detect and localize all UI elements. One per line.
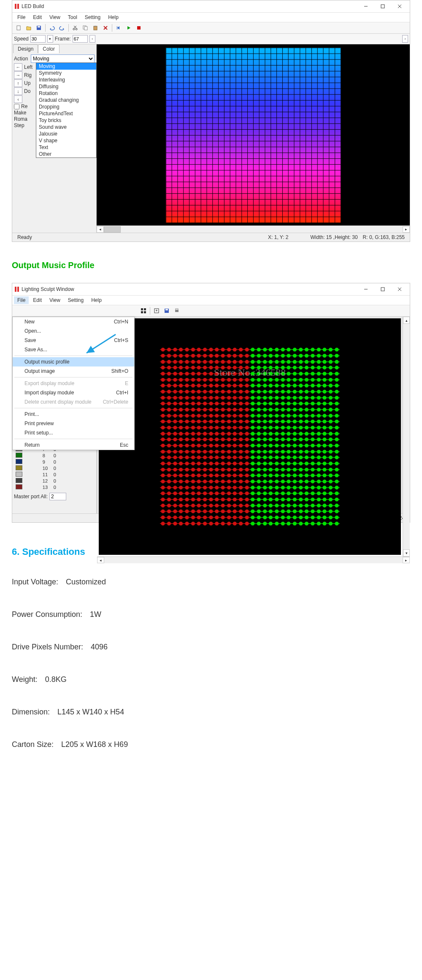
svg-rect-34 bbox=[175, 310, 179, 312]
color-swatch bbox=[16, 478, 22, 483]
speed-input[interactable] bbox=[30, 35, 46, 43]
svg-rect-6 bbox=[17, 26, 20, 30]
file-menu-item[interactable]: Print... bbox=[13, 410, 134, 419]
vertical-scrollbar[interactable]: ▴ ▾ bbox=[403, 317, 410, 557]
file-menu-item[interactable]: Output imageShift+O bbox=[13, 366, 134, 376]
menu-setting[interactable]: Setting bbox=[81, 14, 104, 21]
frame-next-button[interactable]: › bbox=[402, 35, 408, 43]
action-option[interactable]: Moving bbox=[36, 63, 96, 70]
legend-row[interactable]: 80 bbox=[14, 452, 81, 459]
arrow-back-icon[interactable]: ‹ bbox=[14, 95, 22, 103]
tab-design[interactable]: Design bbox=[13, 44, 38, 53]
menu-separator bbox=[14, 356, 133, 356]
scroll-down-icon[interactable]: ▾ bbox=[403, 549, 410, 557]
menu-edit[interactable]: Edit bbox=[30, 296, 45, 304]
speed-spin-down[interactable]: ▾ bbox=[47, 35, 53, 43]
arrow-right-icon[interactable]: → bbox=[14, 71, 22, 79]
arrow-left-icon[interactable]: ← bbox=[14, 63, 22, 71]
action-option[interactable]: Jalousie bbox=[36, 130, 96, 137]
action-option[interactable]: Dropping bbox=[36, 103, 96, 110]
undo-icon[interactable] bbox=[47, 23, 57, 33]
action-select[interactable]: Moving bbox=[31, 54, 95, 63]
menu-setting[interactable]: Setting bbox=[65, 296, 87, 304]
maximize-button[interactable] bbox=[374, 285, 391, 294]
action-option[interactable]: V shape bbox=[36, 137, 96, 144]
action-option[interactable]: Interleaving bbox=[36, 76, 96, 83]
redo-icon[interactable] bbox=[57, 23, 67, 33]
scroll-left-icon[interactable]: ◂ bbox=[97, 226, 104, 233]
delete-icon[interactable] bbox=[101, 23, 110, 33]
file-menu-item[interactable]: Output music profile bbox=[13, 357, 134, 366]
action-option[interactable]: Symmetry bbox=[36, 70, 96, 76]
action-option[interactable]: Gradual changing bbox=[36, 97, 96, 103]
legend-row[interactable]: 130 bbox=[14, 484, 81, 490]
file-menu-item[interactable]: Import display moduleCtrl+I bbox=[13, 388, 134, 397]
action-option[interactable]: Toy bricks bbox=[36, 117, 96, 124]
action-dropdown[interactable]: Moving Symmetry Interleaving Diffusing R… bbox=[36, 62, 97, 158]
action-option[interactable]: PictureAndText bbox=[36, 110, 96, 117]
paste-icon[interactable] bbox=[91, 23, 100, 33]
led-canvas[interactable] bbox=[97, 44, 410, 225]
file-menu-item[interactable]: Print setup... bbox=[13, 428, 134, 437]
action-option[interactable]: Diffusing bbox=[36, 83, 96, 90]
import-icon[interactable] bbox=[152, 306, 161, 315]
cut-icon[interactable] bbox=[70, 23, 80, 33]
legend-count: 0 bbox=[52, 471, 81, 478]
save-icon[interactable] bbox=[34, 23, 43, 33]
close-button[interactable] bbox=[391, 285, 408, 294]
master-port-input[interactable] bbox=[49, 493, 66, 500]
minimize-button[interactable] bbox=[357, 2, 374, 11]
frame-prev-button[interactable]: ‹ bbox=[89, 35, 95, 43]
scroll-left-icon[interactable]: ◂ bbox=[97, 557, 104, 563]
stop-icon[interactable] bbox=[134, 23, 143, 33]
menu-help[interactable]: Help bbox=[88, 296, 105, 304]
action-option[interactable]: Rotation bbox=[36, 90, 96, 97]
re-checkbox[interactable] bbox=[14, 104, 19, 109]
save-icon[interactable] bbox=[162, 306, 171, 315]
sculpt-canvas[interactable]: Store No.:346588 bbox=[99, 318, 401, 555]
menu-view[interactable]: View bbox=[46, 296, 64, 304]
spec-row: Power Consumption:1W bbox=[12, 610, 410, 619]
grid-icon[interactable] bbox=[139, 306, 148, 315]
scroll-up-icon[interactable]: ▴ bbox=[403, 317, 410, 324]
menu-item-accel: Esc bbox=[120, 442, 128, 448]
legend-row[interactable]: 110 bbox=[14, 471, 81, 478]
action-option[interactable]: Text bbox=[36, 144, 96, 151]
toolbar-speed-frame: Speed ▾ Frame: ‹ › bbox=[12, 34, 410, 44]
maximize-button[interactable] bbox=[374, 2, 391, 11]
file-menu-item[interactable]: NewCtrl+N bbox=[13, 317, 134, 326]
horizontal-scrollbar[interactable]: ◂ ▸ bbox=[97, 557, 410, 563]
file-menu-item[interactable]: ReturnEsc bbox=[13, 440, 134, 450]
menu-tool[interactable]: Tool bbox=[65, 14, 81, 21]
status-wh: Width: 15 ,Height: 30 bbox=[308, 234, 360, 240]
spec-key: Input Voltage: bbox=[12, 578, 58, 586]
legend-row[interactable]: 90 bbox=[14, 459, 81, 465]
menu-edit[interactable]: Edit bbox=[30, 14, 45, 21]
scroll-right-icon[interactable]: ▸ bbox=[403, 557, 410, 563]
menu-file[interactable]: File bbox=[14, 296, 29, 304]
tab-color[interactable]: Color bbox=[38, 44, 60, 53]
minimize-button[interactable] bbox=[357, 285, 374, 294]
horizontal-scrollbar[interactable]: ◂ ▸ bbox=[97, 225, 410, 233]
print-icon[interactable] bbox=[172, 306, 181, 315]
arrow-up-icon[interactable]: ↑ bbox=[14, 79, 22, 87]
legend-row[interactable]: 100 bbox=[14, 465, 81, 471]
arrow-down-icon[interactable]: ↓ bbox=[14, 87, 22, 95]
scroll-right-icon[interactable]: ▸ bbox=[403, 226, 410, 233]
frame-input[interactable] bbox=[73, 35, 88, 43]
file-menu-item[interactable]: Print preview bbox=[13, 419, 134, 428]
menu-help[interactable]: Help bbox=[105, 14, 122, 21]
copy-icon[interactable] bbox=[81, 23, 90, 33]
menu-view[interactable]: View bbox=[46, 14, 64, 21]
legend-row[interactable]: 120 bbox=[14, 478, 81, 484]
action-option[interactable]: Other bbox=[36, 151, 96, 157]
prev-icon[interactable] bbox=[114, 23, 123, 33]
action-option[interactable]: Sound wave bbox=[36, 124, 96, 130]
open-icon[interactable] bbox=[24, 23, 33, 33]
scroll-thumb[interactable] bbox=[104, 226, 121, 233]
spec-value: 4096 bbox=[91, 643, 108, 652]
menu-file[interactable]: File bbox=[14, 14, 29, 21]
new-icon[interactable] bbox=[14, 23, 23, 33]
close-button[interactable] bbox=[391, 2, 408, 11]
play-icon[interactable] bbox=[124, 23, 133, 33]
